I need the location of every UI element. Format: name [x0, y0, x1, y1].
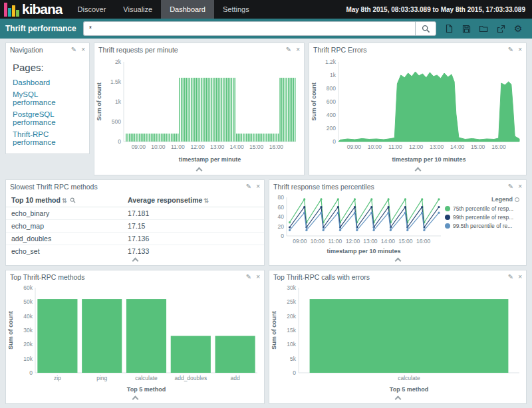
edit-panel-icon[interactable]: ✎: [508, 274, 513, 280]
search-button[interactable]: [415, 21, 436, 36]
close-panel-icon[interactable]: ×: [518, 274, 522, 280]
svg-text:12:00: 12:00: [190, 144, 205, 150]
edit-panel-icon[interactable]: ✎: [508, 183, 513, 190]
collapse-panel-button[interactable]: [269, 256, 526, 265]
responsetime-cell: 17.136: [122, 233, 264, 245]
svg-text:500: 500: [112, 118, 121, 125]
column-header-method[interactable]: Top 10 method⇅: [6, 193, 122, 207]
legend-label: 99.5th percentile of re...: [453, 223, 512, 229]
legend-item[interactable]: 99.5th percentile of re...: [445, 223, 519, 229]
page-link[interactable]: MySQL performance: [13, 90, 82, 106]
search-input[interactable]: [83, 21, 415, 36]
method-cell: echo_set: [6, 245, 122, 256]
collapse-panel-button[interactable]: [309, 165, 526, 175]
sort-icon[interactable]: ⇅: [62, 197, 67, 204]
edit-panel-icon[interactable]: ✎: [508, 47, 513, 53]
top-errors-bar-chart[interactable]: 05k10k15k20k25k30kSum of countTop 5 meth…: [269, 284, 525, 394]
table-row: echo_map17.15: [6, 220, 264, 233]
panel-title: Top Thrift-RPC calls with errors: [273, 273, 508, 281]
page-link[interactable]: Dashboard: [13, 78, 82, 86]
close-panel-icon[interactable]: ×: [296, 47, 300, 53]
svg-text:Sum of count: Sum of count: [7, 311, 14, 350]
new-document-icon: [445, 24, 454, 33]
svg-text:14:00: 14:00: [230, 144, 245, 150]
kibana-logo[interactable]: kibana: [0, 0, 69, 19]
load-dashboard-button[interactable]: [475, 21, 492, 36]
top-navigation-bar: kibana DiscoverVisualizeDashboardSetting…: [0, 0, 532, 19]
svg-text:calculate: calculate: [398, 375, 420, 381]
nav-tab-settings[interactable]: Settings: [214, 0, 258, 19]
nav-tab-visualize[interactable]: Visualize: [114, 0, 161, 19]
query-bar: [83, 21, 436, 36]
collapse-panel-button[interactable]: [269, 394, 526, 403]
legend-toggle[interactable]: Legend: [445, 196, 519, 203]
svg-text:0: 0: [118, 138, 121, 145]
panel-top-thrift-rpc-methods: Top Thrift-RPC methods ✎ × 010k20k30k40k…: [5, 270, 265, 404]
legend-item[interactable]: 75th percentile of resp...: [445, 205, 519, 212]
options-button[interactable]: ⚙: [509, 21, 527, 36]
svg-text:Sum of count: Sum of count: [96, 82, 102, 121]
dashboard-toolbar: Thrift performance: [0, 19, 532, 39]
panel-title: Thrift requests per minute: [98, 46, 286, 54]
collapse-panel-button[interactable]: [94, 165, 304, 175]
dashboard-title: Thrift performance: [5, 24, 76, 33]
chart-legend: Legend 75th percentile of resp...99th pe…: [445, 193, 523, 256]
share-icon: [497, 25, 505, 33]
sort-icon[interactable]: ⇅: [203, 197, 209, 204]
method-cell: echo_binary: [6, 207, 122, 220]
requests-histogram-chart[interactable]: 05001k1.5k2k09:0010:0011:0012:0013:0014:…: [94, 56, 301, 164]
panel-header: Slowest Thrift RPC methods ✎ ×: [6, 180, 264, 193]
edit-panel-icon[interactable]: ✎: [71, 47, 76, 53]
svg-text:11:00: 11:00: [171, 144, 185, 150]
close-panel-icon[interactable]: ×: [256, 274, 260, 280]
errors-area-chart[interactable]: 02004006008001k1.2k09:0010:0011:0012:001…: [309, 56, 525, 164]
method-cell: echo_map: [6, 220, 122, 233]
table-row: add_doubles17.136: [6, 233, 264, 245]
close-panel-icon[interactable]: ×: [256, 183, 260, 190]
svg-text:16:00: 16:00: [491, 144, 506, 150]
kibana-logo-icon: [4, 2, 20, 17]
svg-text:1k: 1k: [115, 98, 122, 105]
legend-item[interactable]: 99th percentile of resp...: [445, 214, 519, 221]
nav-tab-discover[interactable]: Discover: [69, 0, 115, 19]
svg-text:1.5k: 1.5k: [110, 78, 122, 85]
panel-header: Navigation ✎ ×: [6, 43, 89, 56]
svg-text:15:00: 15:00: [471, 144, 485, 150]
top-methods-bar-chart[interactable]: 010k20k30k40k50k60kSum of countTop 5 met…: [6, 284, 263, 394]
svg-text:timestamp per minute: timestamp per minute: [179, 156, 241, 163]
svg-text:60: 60: [278, 204, 285, 211]
search-icon[interactable]: [70, 197, 76, 203]
edit-panel-icon[interactable]: ✎: [286, 47, 291, 53]
panel-title: Thrift RPC Errors: [313, 46, 508, 54]
close-panel-icon[interactable]: ×: [81, 47, 85, 53]
collapse-panel-button[interactable]: [6, 256, 264, 265]
edit-panel-icon[interactable]: ✎: [246, 183, 251, 190]
method-cell: add_doubles: [6, 233, 122, 245]
close-panel-icon[interactable]: ×: [518, 183, 522, 190]
page-link[interactable]: Thrift-RPC performance: [13, 130, 82, 146]
logo-bar: [8, 8, 11, 17]
svg-text:16:00: 16:00: [269, 144, 284, 150]
time-range-picker[interactable]: May 8th 2015, 08:03:33.089 to May 8th 20…: [346, 6, 532, 13]
nav-tab-dashboard[interactable]: Dashboard: [161, 0, 214, 19]
chevron-up-icon: [132, 258, 138, 264]
new-dashboard-button[interactable]: [440, 21, 458, 36]
svg-text:Top 5 method: Top 5 method: [390, 386, 428, 393]
svg-text:0: 0: [281, 233, 284, 239]
page-link[interactable]: PostgreSQL performance: [13, 110, 82, 126]
share-dashboard-button[interactable]: [492, 21, 509, 36]
percentiles-line-chart[interactable]: 02040608009:0010:0011:0012:0013:0014:001…: [269, 193, 445, 256]
save-dashboard-button[interactable]: [458, 21, 475, 36]
svg-text:10:00: 10:00: [151, 144, 166, 150]
edit-panel-icon[interactable]: ✎: [246, 274, 251, 280]
legend-label: 75th percentile of resp...: [453, 205, 513, 212]
close-panel-icon[interactable]: ×: [518, 47, 522, 53]
panel-title: Slowest Thrift RPC methods: [10, 183, 246, 191]
panel-thrift-response-times-percentiles: Thrift response times percentiles ✎ × 02…: [269, 179, 527, 266]
collapse-panel-button[interactable]: [6, 394, 264, 403]
open-folder-icon: [479, 25, 488, 33]
logo-bar: [12, 5, 15, 17]
panel-slowest-thrift-rpc-methods: Slowest Thrift RPC methods ✎ × Top 10 me…: [5, 179, 265, 266]
svg-text:12:00: 12:00: [346, 238, 360, 245]
column-header-responsetime[interactable]: Average responsetime⇅: [122, 193, 264, 207]
